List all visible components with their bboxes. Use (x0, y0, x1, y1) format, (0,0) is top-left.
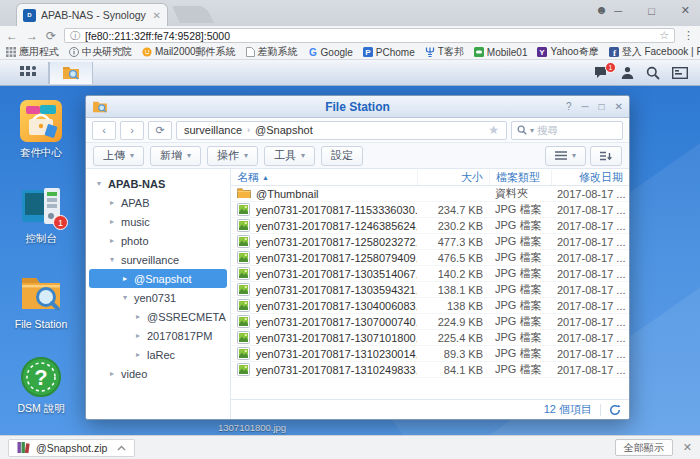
main-menu-button[interactable] (8, 62, 49, 84)
file-row[interactable]: yen0731-20170817-1310230014.jpg 89.3 KB … (231, 346, 629, 362)
bookmark-item[interactable]: Mail2000郵件系統 (142, 45, 236, 59)
file-row[interactable]: yen0731-20170817-1246385624.jpg 230.2 KB… (231, 218, 629, 234)
tree-expand-icon[interactable]: ▸ (133, 331, 143, 340)
sort-button[interactable] (590, 146, 622, 166)
toolbar-button[interactable]: 新增 ▾ (150, 146, 201, 166)
search-input[interactable] (537, 124, 597, 136)
search-scope-caret-icon[interactable]: ▾ (530, 126, 534, 135)
bookmark-star-icon[interactable]: ☆ (659, 29, 669, 42)
search-icon[interactable] (646, 66, 660, 80)
url-text[interactable]: [fe80::211:32ff:fe74:9528]:5000 (85, 30, 654, 42)
tree-expand-icon[interactable]: ▾ (107, 255, 117, 264)
bookmark-item[interactable]: T客邦 (425, 45, 464, 59)
column-header-size[interactable]: 大小 (417, 170, 489, 185)
favorite-star-icon[interactable]: ★ (488, 123, 499, 137)
bookmark-item[interactable]: 差勤系統 (246, 45, 298, 59)
view-mode-button[interactable]: ▾ (545, 146, 586, 166)
file-row[interactable]: yen0731-20170817-1307000740.jpg 224.9 KB… (231, 314, 629, 330)
tree-item[interactable]: ▸ @SSRECMETA (89, 307, 227, 326)
tree-item[interactable]: ▸ 20170817PM (89, 326, 227, 345)
bookmark-item[interactable]: Y Yahoo奇摩 (537, 45, 598, 59)
widgets-icon[interactable] (672, 67, 688, 79)
bookmark-item[interactable]: 應用程式 (6, 45, 59, 59)
tree-item[interactable]: ▾ surveillance (89, 250, 227, 269)
new-tab-button[interactable] (172, 6, 214, 23)
file-row[interactable]: yen0731-20170817-1304006083.jpg 138 KB J… (231, 298, 629, 314)
tree-item[interactable]: ▾ yen0731 (89, 288, 227, 307)
window-titlebar[interactable]: File Station ? ─ □ ✕ (86, 96, 629, 118)
forward-icon[interactable]: → (26, 30, 38, 42)
toolbar-button[interactable]: 設定 (321, 146, 363, 166)
tree-expand-icon[interactable]: ▸ (107, 236, 117, 245)
nav-back-button[interactable]: ‹ (92, 121, 116, 140)
tab-close-icon[interactable]: ✕ (153, 10, 161, 21)
bookmark-item[interactable]: f 登入 Facebook | Fac (609, 45, 700, 59)
window-minimize-icon[interactable]: ─ (581, 101, 588, 112)
refresh-icon[interactable] (609, 404, 621, 416)
window-close-icon[interactable]: ✕ (615, 101, 623, 112)
tree-expand-icon[interactable]: ▸ (107, 217, 117, 226)
toolbar-button[interactable]: 工具 ▾ (264, 146, 315, 166)
tree-expand-icon[interactable]: ▸ (120, 274, 130, 283)
tree-item[interactable]: ▸ video (89, 364, 227, 383)
column-header-type[interactable]: 檔案類型 (489, 170, 551, 185)
downloads-bar-close-icon[interactable]: ✕ (683, 441, 692, 454)
file-row[interactable]: @Thumbnail 資料夾 2017-08-17 ... (231, 186, 629, 202)
browser-tab[interactable]: D APAB-NAS - Synology ✕ (16, 3, 168, 26)
browser-profile-icon[interactable]: ☻ (595, 3, 608, 17)
window-maximize-icon[interactable]: □ (599, 101, 605, 112)
nav-refresh-button[interactable]: ⟳ (148, 121, 172, 140)
tree-expand-icon[interactable]: ▸ (107, 369, 117, 378)
tree-item[interactable]: ▾ APAB-NAS (89, 174, 227, 193)
user-account-icon[interactable] (621, 66, 634, 79)
file-row[interactable]: yen0731-20170817-1303594321.jpg 138.1 KB… (231, 282, 629, 298)
file-row[interactable]: yen0731-20170817-1310249833.jpg 84.1 KB … (231, 362, 629, 378)
window-help-icon[interactable]: ? (566, 101, 572, 112)
tree-expand-icon[interactable]: ▸ (107, 198, 117, 207)
bookmark-item[interactable]: G Google (308, 47, 353, 58)
tree-item[interactable]: ▸ laRec (89, 345, 227, 364)
taskbar-file-station-button[interactable] (49, 62, 93, 84)
tree-item[interactable]: ▸ photo (89, 231, 227, 250)
bookmark-item[interactable]: Mobile01 (474, 47, 528, 58)
show-all-downloads-button[interactable]: 全部顯示 (615, 439, 673, 456)
tree-expand-icon[interactable]: ▸ (133, 350, 143, 359)
column-header-name[interactable]: 名稱 ▲ (231, 170, 417, 185)
desktop-shortcut-label[interactable]: 1307101800.jpg (218, 422, 286, 433)
tree-item[interactable]: ▸ APAB (89, 193, 227, 212)
download-menu-chevron-icon[interactable] (117, 445, 126, 451)
desktop-icon[interactable]: File Station (0, 272, 82, 330)
file-row[interactable]: yen0731-20170817-1307101800.jpg 225.4 KB… (231, 330, 629, 346)
browser-menu-icon[interactable]: ⋮ (683, 29, 694, 42)
breadcrumb-item[interactable]: @Snapshot (255, 124, 313, 136)
nav-forward-button[interactable]: › (120, 121, 144, 140)
file-row[interactable]: yen0731-20170817-1258079409.jpg 476.5 KB… (231, 250, 629, 266)
search-box[interactable]: ▾ (511, 121, 623, 140)
url-bar[interactable]: ⓘ [fe80::211:32ff:fe74:9528]:5000 ☆ (64, 28, 675, 43)
site-info-icon[interactable]: ⓘ (70, 29, 80, 43)
download-item[interactable]: @Snapshot.zip (8, 439, 135, 457)
tree-expand-icon[interactable]: ▸ (133, 312, 143, 321)
column-header-date[interactable]: 修改日期 (551, 170, 629, 185)
tree-item[interactable]: ▸ @Snapshot (89, 269, 227, 288)
tree-expand-icon[interactable]: ▾ (94, 179, 104, 188)
toolbar-button[interactable]: 上傳 ▾ (93, 146, 144, 166)
desktop-icon[interactable]: 套件中心 (0, 100, 82, 160)
browser-maximize-button[interactable]: □ (642, 3, 661, 19)
desktop-icon[interactable]: 1 控制台 (0, 186, 82, 246)
file-row[interactable]: yen0731-20170817-1258023272.jpg 477.3 KB… (231, 234, 629, 250)
browser-close-button[interactable]: ✕ (675, 2, 696, 19)
file-row[interactable]: yen0731-20170817-1303514067.jpg 140.2 KB… (231, 266, 629, 282)
tree-expand-icon[interactable]: ▾ (120, 293, 130, 302)
desktop-icon[interactable]: ? DSM 說明 (0, 356, 82, 416)
breadcrumb-item[interactable]: surveillance (184, 124, 242, 136)
toolbar-button[interactable]: 操作 ▾ (207, 146, 258, 166)
file-row[interactable]: yen0731-20170817-1153336030.jpg 234.7 KB… (231, 202, 629, 218)
browser-minimize-button[interactable]: ─ (608, 3, 628, 19)
tree-item[interactable]: ▸ music (89, 212, 227, 231)
bookmark-item[interactable]: P PChome (363, 47, 415, 58)
notifications-icon[interactable]: 1 (594, 66, 609, 79)
reload-icon[interactable]: ⟳ (46, 30, 56, 42)
bookmark-item[interactable]: 中央研究院 (69, 45, 132, 59)
back-icon[interactable]: ← (6, 30, 18, 42)
